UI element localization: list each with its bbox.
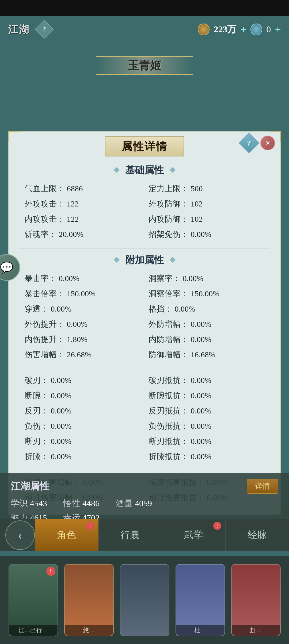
stat-wai-dmg-up: 外伤提升： 0.00%	[25, 318, 140, 331]
stat-penetrate: 穿透： 0.00%	[25, 302, 140, 316]
stat-baoji-rate: 暴击率： 0.00%	[25, 272, 140, 285]
divider-1	[19, 248, 270, 249]
stat-zhanhun-label: 斩魂率：	[25, 230, 57, 239]
stat-zhaojia-label: 招架免伤：	[149, 230, 189, 239]
jianghu-label: 江湖	[8, 23, 29, 36]
char-icon-2-label: 悠…	[65, 625, 113, 636]
stat-waigong-atk-value: 122	[67, 199, 79, 208]
tab-inventory[interactable]: 行囊	[98, 519, 162, 551]
additional-stats-grid: 暴击率： 0.00% 洞察率： 0.00% 暴击倍率： 150.00% 洞察倍率…	[9, 269, 280, 367]
add-gem-button[interactable]: +	[275, 23, 281, 36]
stat-neigong-atk-label: 内攻攻击：	[25, 214, 65, 223]
stat-waigong-atk-label: 外攻攻击：	[25, 199, 65, 208]
modal-help-button[interactable]: ?	[239, 133, 260, 154]
basic-stats-grid: 气血上限： 6886 定力上限： 500 外攻攻击： 122 外攻防御： 102…	[9, 179, 280, 246]
stat-waigong-def-value: 102	[191, 199, 203, 208]
tab-martial-badge: !	[213, 522, 221, 530]
modal-corner-buttons: ? ×	[242, 136, 275, 150]
stat-def-amp: 防御增幅： 16.68%	[149, 348, 264, 361]
status-stats-grid: 破刃： 0.00% 破刃抵抗： 0.00% 断腕： 0.00% 断腕抵抗： 0.…	[9, 371, 280, 469]
deco-left-2: ❖	[113, 256, 120, 264]
stat-dongcha-mult: 洞察倍率： 150.00%	[149, 287, 264, 300]
stat-polian-resist: 破刃抵抗： 0.00%	[149, 374, 264, 387]
tab-meridian[interactable]: 经脉	[226, 519, 289, 551]
stat-qi-blood-value: 6886	[67, 184, 83, 193]
nav-tabs: ! 角色 行囊 ! 武学 经脉	[35, 519, 289, 551]
char-icon-5[interactable]: 赶…	[231, 564, 281, 636]
additional-stats-header: ❖ 附加属性 ❖	[9, 251, 280, 269]
stat-nei-dmg-up: 内伤提升： 1.80%	[25, 333, 140, 346]
char-icon-1-label: 江…出行…	[9, 625, 58, 636]
jianghu-detail-button[interactable]: 详情	[247, 479, 278, 494]
gem-amount: 0	[266, 24, 271, 34]
stat-waigong-def: 外攻防御： 102	[149, 197, 264, 210]
stat-zhaojia-value: 0.00%	[191, 230, 212, 239]
bottom-nav: ‹ ! 角色 行囊 ! 武学 经脉	[0, 519, 289, 551]
modal-close-button[interactable]: ×	[260, 136, 275, 150]
stat-dingli: 定力上限： 500	[149, 182, 264, 195]
stat-fanlian-resist: 反刃抵抗： 0.00%	[149, 404, 264, 417]
tab-martial[interactable]: ! 武学	[162, 519, 226, 551]
stat-xuexi: 学识 4543	[11, 498, 47, 509]
stat-fushang: 负伤： 0.00%	[25, 420, 140, 433]
additional-stats-label: 附加属性	[125, 254, 164, 267]
stat-duanlian-resist: 断刃抵抗： 0.00%	[149, 435, 264, 448]
deco-left: ❖	[113, 166, 120, 175]
stat-zhanhun: 斩魂率： 20.00%	[25, 228, 140, 241]
char-icons-bar: ! 江…出行… 悠… 杜… 赶…	[0, 556, 289, 644]
tab-inventory-label: 行囊	[120, 528, 140, 542]
stat-dongcha-rate: 洞察率： 0.00%	[149, 272, 264, 285]
gem-icon	[250, 24, 262, 35]
char-icon-2[interactable]: 悠…	[64, 564, 114, 636]
stat-jiuliang: 酒量 4059	[116, 498, 152, 509]
tab-role[interactable]: ! 角色	[35, 519, 98, 551]
jianghu-header: 江湖属性 详情	[11, 479, 278, 494]
stat-duanwan: 断腕： 0.00%	[25, 389, 140, 402]
char-icon-5-label: 赶…	[232, 625, 280, 636]
char-icon-4[interactable]: 杜…	[176, 564, 225, 636]
stat-dingli-label: 定力上限：	[149, 184, 189, 193]
currency-bar: 223万 + 0 +	[198, 23, 281, 36]
add-currency-button[interactable]: +	[240, 23, 246, 36]
basic-stats-header: ❖ 基础属性 ❖	[9, 161, 280, 179]
stat-dingli-value: 500	[191, 184, 203, 193]
top-bar	[0, 0, 289, 16]
stat-zhaojia: 招架免伤： 0.00%	[149, 228, 264, 241]
stat-dmg-amp: 伤害增幅： 26.68%	[25, 348, 140, 361]
char-icon-1[interactable]: ! 江…出行…	[9, 564, 58, 636]
help-icon[interactable]: ?	[35, 20, 54, 39]
stat-waigong-atk: 外攻攻击： 122	[25, 197, 140, 210]
stat-zhexi-resist: 折膝抵抗： 0.00%	[149, 450, 264, 463]
nav-back-button[interactable]: ‹	[5, 520, 35, 550]
char-name: 玉青姬	[128, 58, 161, 73]
deco-right: ❖	[169, 166, 176, 175]
stat-qi-blood-label: 气血上限：	[25, 184, 65, 193]
tab-role-badge: !	[86, 522, 94, 530]
stat-duanwan-resist: 断腕抵抗： 0.00%	[149, 389, 264, 402]
stat-fushang-resist: 负伤抵抗： 0.00%	[149, 420, 264, 433]
char-icon-3[interactable]	[120, 564, 169, 636]
tab-martial-label: 武学	[184, 528, 203, 542]
stat-zhanhun-value: 20.00%	[59, 230, 84, 239]
stat-zhemxi: 折膝： 0.00%	[25, 450, 140, 463]
currency-amount: 223万	[214, 23, 236, 36]
modal-title-bar: 属性详情 ? ×	[9, 132, 280, 160]
char-icon-4-label: 杜…	[176, 625, 225, 636]
tab-meridian-label: 经脉	[248, 528, 267, 542]
divider-2	[19, 369, 270, 369]
stat-neigong-atk: 内攻攻击： 122	[25, 213, 140, 226]
basic-stats-label: 基础属性	[125, 164, 164, 177]
char-icon-1-badge: !	[46, 567, 55, 576]
chat-icon: 💬	[0, 261, 13, 274]
jianghu-title: 江湖属性	[11, 480, 49, 493]
stat-waigong-def-label: 外攻防御：	[149, 199, 189, 208]
stat-wuxing: 悟性 4486	[63, 498, 100, 509]
tab-role-label: 角色	[57, 528, 76, 542]
stat-polian: 破刃： 0.00%	[25, 374, 140, 387]
stat-baoji-mult: 暴击倍率： 150.00%	[25, 287, 140, 300]
char-name-plate: 玉青姬	[96, 56, 193, 75]
stat-duanlian: 断刃： 0.00%	[25, 435, 140, 448]
back-icon: ‹	[18, 528, 22, 542]
game-header: 江湖 ? 223万 + 0 +	[0, 16, 289, 43]
stat-block: 格挡： 0.00%	[149, 302, 264, 316]
